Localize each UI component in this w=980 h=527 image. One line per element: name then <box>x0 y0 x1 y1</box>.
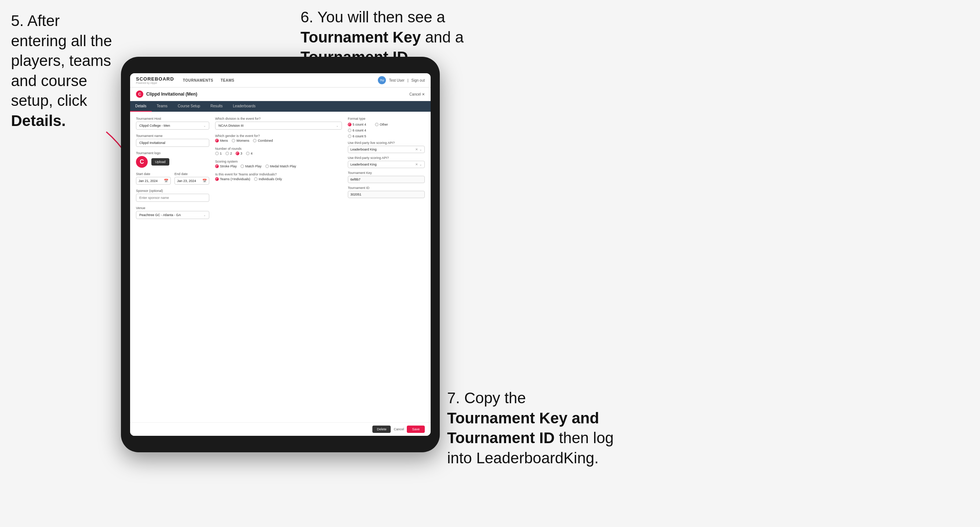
gender-mens[interactable]: Mens <box>215 139 228 143</box>
logo-preview: C <box>136 156 148 168</box>
tournament-key-label: Tournament Key <box>348 171 425 175</box>
sign-out-link[interactable]: Sign out <box>411 78 425 83</box>
start-date-input[interactable]: Jan 21, 2024 📅 <box>136 177 171 184</box>
tournament-logo-label: Tournament logo <box>136 151 209 155</box>
date-row: Start date Jan 21, 2024 📅 End date Jan 2… <box>136 172 209 184</box>
teams-plus-individuals[interactable]: Teams (+Individuals) <box>215 177 250 181</box>
api2-clear[interactable]: ✕ ⌄ <box>415 163 422 166</box>
individuals-only[interactable]: Individuals Only <box>254 177 282 181</box>
api2-label: Use third-party scoring API? <box>348 156 425 160</box>
upload-button[interactable]: Upload <box>151 158 169 165</box>
radio-medal-match <box>265 164 269 168</box>
gender-womens[interactable]: Womens <box>232 139 249 143</box>
format-section: Format type 5 count 4 Other <box>348 117 425 198</box>
scoring-medal-match[interactable]: Medal Match Play <box>265 164 296 168</box>
tournament-name-group: Tournament name Clippd Invitational <box>136 134 209 147</box>
scoring-match[interactable]: Match Play <box>240 164 262 168</box>
gender-label: Which gender is the event for? <box>215 134 342 138</box>
gender-combined[interactable]: Combined <box>253 139 273 143</box>
tournament-name-label: Tournament name <box>136 134 209 138</box>
radio-match <box>240 164 244 168</box>
logo-title: SCOREBOARD <box>136 76 174 82</box>
radio-round4 <box>246 152 250 155</box>
scoring-group: Scoring system Stroke Play Match Play <box>215 160 342 168</box>
tab-teams[interactable]: Teams <box>152 101 173 112</box>
division-input[interactable]: NCAA Division III ⌄ <box>215 122 342 130</box>
tablet-frame: SCOREBOARD Powered by clippd TOURNAMENTS… <box>121 57 440 452</box>
gender-group: Which gender is the event for? Mens Wome… <box>215 134 342 143</box>
round-4[interactable]: 4 <box>246 152 253 155</box>
radio-other <box>375 123 379 126</box>
radio-stroke <box>215 164 219 168</box>
radio-teams-plus <box>215 177 219 181</box>
tabs-bar: Details Teams Course Setup Results Leade… <box>130 101 431 112</box>
user-name: Test User <box>389 78 404 83</box>
tournament-name-input[interactable]: Clippd Invitational <box>136 139 209 147</box>
clippd-logo: C <box>136 90 143 98</box>
dropdown-arrow: ⌄ <box>204 124 206 127</box>
start-date-field: Start date Jan 21, 2024 📅 <box>136 172 171 184</box>
tournament-id-label: Tournament ID <box>348 186 425 190</box>
tab-course-setup[interactable]: Course Setup <box>173 101 205 112</box>
header-right: TU Test User | Sign out <box>378 76 425 84</box>
tournament-id-value: 302051 <box>348 191 425 198</box>
nav-links: TOURNAMENTS TEAMS <box>183 78 235 83</box>
main-content: Tournament Host Clippd College - Men ⌄ T… <box>130 112 431 422</box>
tab-results[interactable]: Results <box>205 101 228 112</box>
end-date-input[interactable]: Jan 23, 2024 📅 <box>175 177 209 184</box>
round-3[interactable]: 3 <box>235 152 242 155</box>
format-label: Format type <box>348 117 425 121</box>
calendar-icon-start: 📅 <box>164 179 168 183</box>
sponsor-group: Sponsor (optional) <box>136 189 209 202</box>
nav-teams[interactable]: TEAMS <box>221 78 235 83</box>
app-header: SCOREBOARD Powered by clippd TOURNAMENTS… <box>130 73 431 87</box>
logo-subtitle: Powered by clippd <box>136 82 174 84</box>
tablet-screen: SCOREBOARD Powered by clippd TOURNAMENTS… <box>130 73 431 436</box>
format-6count5[interactable]: 6 count 5 <box>348 134 366 138</box>
venue-dropdown-arrow: ⌄ <box>204 214 206 217</box>
tab-leaderboards[interactable]: Leaderboards <box>228 101 261 112</box>
logo-upload-area: C Upload <box>136 156 209 168</box>
scoring-stroke[interactable]: Stroke Play <box>215 164 237 168</box>
radio-6count4 <box>348 129 352 132</box>
page-cancel-btn[interactable]: Cancel ✕ <box>409 92 425 96</box>
save-button[interactable]: Save <box>407 425 425 433</box>
radio-womens <box>232 139 235 143</box>
footer-cancel-button[interactable]: Cancel <box>394 427 404 431</box>
round-2[interactable]: 2 <box>225 152 232 155</box>
tournament-host-label: Tournament Host <box>136 117 209 121</box>
api1-clear[interactable]: ✕ ⌄ <box>415 148 422 151</box>
radio-combined <box>253 139 256 143</box>
venue-input[interactable]: Peachtree GC - Atlanta - GA ⌄ <box>136 211 209 219</box>
delete-button[interactable]: Delete <box>372 425 391 433</box>
format-row-3: 6 count 5 <box>348 134 425 138</box>
api1-input[interactable]: Leaderboard King ✕ ⌄ <box>348 146 425 153</box>
format-other[interactable]: Other <box>375 123 388 126</box>
tournament-host-input[interactable]: Clippd College - Men ⌄ <box>136 122 209 130</box>
nav-tournaments[interactable]: TOURNAMENTS <box>183 78 213 83</box>
tab-details[interactable]: Details <box>130 101 152 112</box>
radio-6count5 <box>348 134 352 138</box>
teams-group: Is this event for Teams and/or Individua… <box>215 173 342 181</box>
content-columns: Tournament Host Clippd College - Men ⌄ T… <box>136 117 425 224</box>
format-row-2: 6 count 4 <box>348 129 425 132</box>
page-title-row: C Clippd Invitational (Men) Cancel ✕ <box>130 87 431 101</box>
format-6count4[interactable]: 6 count 4 <box>348 129 366 132</box>
format-row-1: 5 count 4 Other <box>348 123 425 126</box>
start-date-label: Start date <box>136 172 171 176</box>
radio-round2 <box>225 152 229 155</box>
user-avatar: TU <box>378 76 386 84</box>
api2-input[interactable]: Leaderboard King ✕ ⌄ <box>348 161 425 168</box>
pipe: | <box>407 78 409 83</box>
sponsor-input[interactable] <box>136 194 209 202</box>
format-5count4[interactable]: 5 count 4 <box>348 123 366 126</box>
teams-label: Is this event for Teams and/or Individua… <box>215 173 342 176</box>
title-left: C Clippd Invitational (Men) <box>136 90 197 98</box>
radio-5count4 <box>348 123 352 126</box>
tournament-logo-group: Tournament logo C Upload <box>136 151 209 168</box>
division-label: Which division is the event for? <box>215 117 342 121</box>
radio-round1 <box>215 152 219 155</box>
radio-round3 <box>235 152 239 155</box>
round-1[interactable]: 1 <box>215 152 222 155</box>
sponsor-label: Sponsor (optional) <box>136 189 209 193</box>
